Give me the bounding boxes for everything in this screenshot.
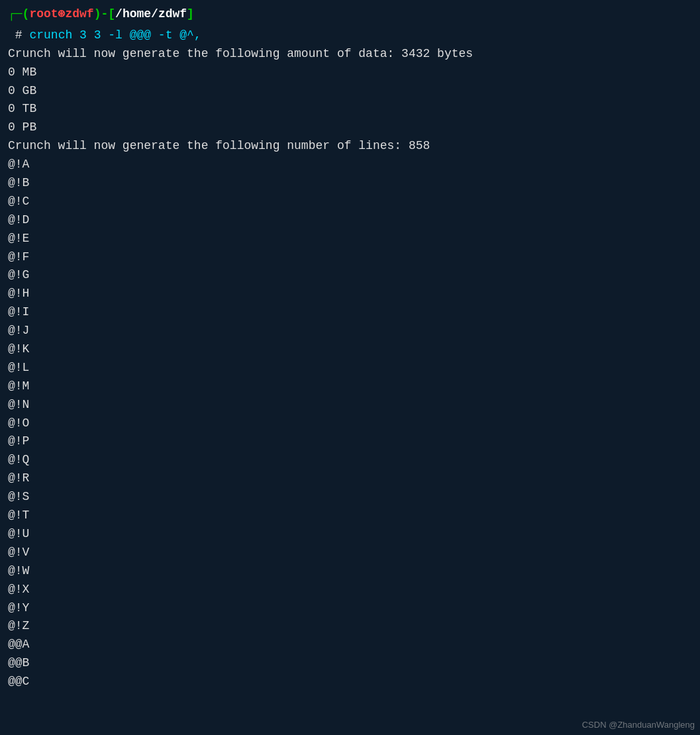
output-line: 0 PB	[8, 119, 692, 137]
title-bar: ┌─( root⊛zdwf )-[ /home/zdwf ]	[8, 5, 692, 24]
output-line: @!B	[8, 174, 692, 193]
output-line: Crunch will now generate the following a…	[8, 45, 692, 64]
output-line: @!D	[8, 211, 692, 230]
output-line: @!V	[8, 544, 692, 562]
output-line: @!H	[8, 285, 692, 303]
path-close: ]	[187, 5, 194, 24]
output-line: @!K	[8, 340, 692, 359]
output-line: @!F	[8, 248, 692, 267]
output-line: @!N	[8, 396, 692, 415]
bracket-dash: )-[	[94, 5, 115, 24]
watermark: CSDN @ZhanduanWangleng	[582, 720, 695, 730]
output-line: @!Y	[8, 599, 692, 618]
output-line: @!L	[8, 359, 692, 377]
command-text: crunch 3 3 -l @@@ -t @^,	[29, 26, 201, 45]
prompt-line: # crunch 3 3 -l @@@ -t @^,	[8, 26, 692, 45]
output-line: Crunch will now generate the following n…	[8, 137, 692, 156]
output-line: @!I	[8, 303, 692, 322]
output-line: @@C	[8, 673, 692, 691]
output-line: @!J	[8, 322, 692, 340]
output-line: @!Q	[8, 451, 692, 469]
output-line: @!Z	[8, 617, 692, 636]
output-line: @!R	[8, 469, 692, 488]
output-line: @!O	[8, 415, 692, 433]
output-line: @!M	[8, 377, 692, 396]
prompt-hash: #	[8, 26, 29, 45]
output-line: @!W	[8, 562, 692, 581]
output-line: @@B	[8, 654, 692, 673]
output-line: @!T	[8, 507, 692, 525]
output-line: 0 TB	[8, 100, 692, 119]
output-line: @!P	[8, 432, 692, 451]
output-line: @!X	[8, 581, 692, 599]
bracket-left: ┌─(	[8, 5, 29, 24]
output-area: Crunch will now generate the following a…	[8, 45, 692, 691]
output-line: @!U	[8, 525, 692, 544]
user-host: root⊛zdwf	[29, 5, 93, 24]
output-line: @!E	[8, 230, 692, 248]
output-line: @!A	[8, 156, 692, 174]
terminal-window: ┌─( root⊛zdwf )-[ /home/zdwf ] # crunch …	[0, 0, 700, 735]
output-line: 0 GB	[8, 82, 692, 101]
output-line: @@A	[8, 636, 692, 654]
output-line: 0 MB	[8, 64, 692, 82]
output-line: @!S	[8, 488, 692, 507]
output-line: @!C	[8, 193, 692, 211]
output-line: @!G	[8, 266, 692, 285]
path: /home/zdwf	[115, 5, 187, 24]
